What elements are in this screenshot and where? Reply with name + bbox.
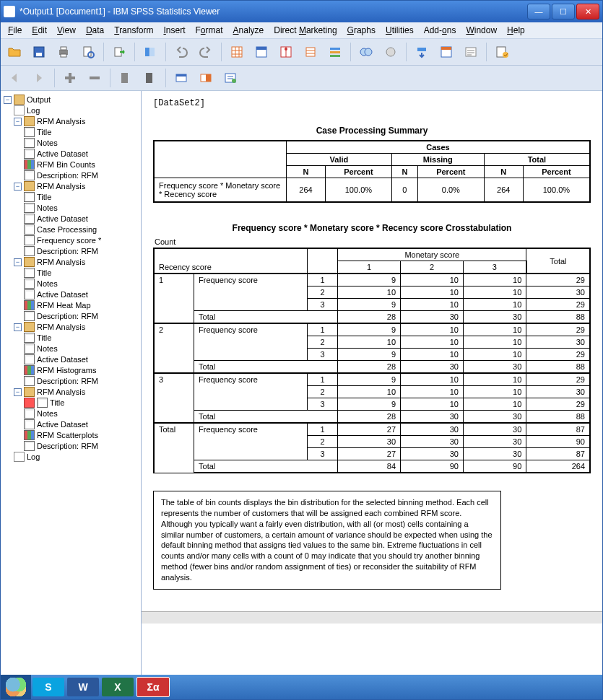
- titlebar[interactable]: *Output1 [Document1] - IBM SPSS Statisti…: [1, 1, 602, 22]
- forward-arrow-icon[interactable]: [28, 67, 50, 89]
- toggle-icon[interactable]: −: [14, 118, 22, 126]
- tree-desc[interactable]: Description: RFM: [24, 441, 139, 451]
- menu-graphs[interactable]: Graphs: [343, 24, 380, 37]
- tree-active[interactable]: Active Dataset: [24, 354, 139, 364]
- tree-rfm-3[interactable]: −RFM Analysis: [14, 257, 139, 267]
- show-icon[interactable]: [170, 67, 192, 89]
- menu-utilities[interactable]: Utilities: [381, 24, 418, 37]
- tree-title[interactable]: Title: [24, 268, 139, 278]
- tree-heatmap[interactable]: RFM Heat Map: [24, 300, 139, 310]
- tree-active[interactable]: Active Dataset: [24, 289, 139, 299]
- tree-bincounts[interactable]: RFM Bin Counts: [24, 159, 139, 170]
- open-icon[interactable]: [4, 41, 25, 63]
- variables-icon[interactable]: [275, 41, 297, 63]
- hide-icon[interactable]: [195, 67, 217, 89]
- tree-rfm-2[interactable]: −RFM Analysis: [14, 181, 139, 191]
- tree-scatter[interactable]: RFM Scatterplots: [24, 430, 139, 440]
- demote-icon[interactable]: [84, 67, 105, 89]
- expand-icon[interactable]: [115, 67, 136, 89]
- outline-pane[interactable]: −Output Log −RFM Analysis Title Notes Ac…: [1, 91, 142, 675]
- toggle-icon[interactable]: −: [14, 388, 22, 396]
- undo-icon[interactable]: [170, 41, 192, 63]
- menu-edit[interactable]: Edit: [27, 24, 51, 37]
- designate-window-icon[interactable]: [220, 67, 241, 89]
- menu-file[interactable]: File: [4, 24, 26, 37]
- export-icon[interactable]: [108, 41, 130, 63]
- tree-desc[interactable]: Description: RFM: [24, 246, 139, 256]
- tree-log[interactable]: Log: [14, 105, 139, 115]
- tree-notes[interactable]: Notes: [24, 408, 139, 419]
- svg-rect-12: [256, 47, 266, 50]
- tree-title-selected[interactable]: Title: [24, 398, 139, 408]
- tree-desc[interactable]: Description: RFM: [24, 376, 139, 386]
- tree-log-2[interactable]: Log: [14, 452, 139, 462]
- tree-notes[interactable]: Notes: [24, 138, 139, 148]
- taskbar-app-spss[interactable]: Σα: [136, 677, 170, 697]
- select-cases-icon[interactable]: [324, 41, 346, 63]
- save-icon[interactable]: [28, 41, 50, 63]
- tree-histograms[interactable]: RFM Histograms: [24, 365, 139, 375]
- tree-rfm-5[interactable]: −RFM Analysis: [14, 387, 139, 397]
- tree-desc[interactable]: Description: RFM: [24, 311, 139, 321]
- toggle-icon[interactable]: −: [4, 96, 12, 104]
- run-script-icon[interactable]: [491, 41, 513, 63]
- promote-icon[interactable]: [59, 67, 81, 89]
- menu-insert[interactable]: Insert: [159, 24, 189, 37]
- tree-title[interactable]: Title: [24, 127, 139, 137]
- toggle-icon[interactable]: −: [14, 323, 22, 331]
- tree-root-output[interactable]: −Output: [4, 95, 139, 105]
- minimize-button[interactable]: —: [527, 4, 550, 19]
- output-viewer[interactable]: [DataSet2] Case Processing Summary Cases…: [142, 91, 602, 675]
- tree-notes[interactable]: Notes: [24, 344, 139, 354]
- tree-title[interactable]: Title: [24, 192, 139, 202]
- collapse-icon[interactable]: [139, 67, 161, 89]
- taskbar-app-excel[interactable]: X: [102, 678, 134, 696]
- weight-icon[interactable]: [355, 41, 377, 63]
- scrollbar-horizontal[interactable]: [142, 611, 602, 624]
- recall-dialog-icon[interactable]: [139, 41, 161, 63]
- menu-data[interactable]: Data: [82, 24, 108, 37]
- tree-active[interactable]: Active Dataset: [24, 214, 139, 224]
- tree-rfm-4[interactable]: −RFM Analysis: [14, 322, 139, 332]
- taskbar-app-skype[interactable]: S: [32, 678, 64, 696]
- goto-variable-icon[interactable]: [300, 41, 321, 63]
- menu-direct-marketing[interactable]: Direct Marketing: [269, 24, 341, 37]
- insert-text-icon[interactable]: [460, 41, 482, 63]
- start-button[interactable]: [1, 675, 31, 699]
- maximize-button[interactable]: ☐: [552, 4, 575, 19]
- print-preview-icon[interactable]: [77, 41, 99, 63]
- tree-desc[interactable]: Description: RFM: [24, 170, 139, 180]
- redo-icon[interactable]: [195, 41, 217, 63]
- toggle-icon[interactable]: −: [14, 258, 22, 266]
- tree-active[interactable]: Active Dataset: [24, 149, 139, 159]
- print-icon[interactable]: [53, 41, 74, 63]
- insert-title-icon[interactable]: [435, 41, 457, 63]
- menu-addons[interactable]: Add-ons: [420, 24, 461, 37]
- menu-format[interactable]: Format: [191, 24, 227, 37]
- taskbar[interactable]: S W X Σα: [1, 675, 602, 699]
- menu-window[interactable]: Window: [461, 24, 501, 37]
- goto-data-icon[interactable]: [226, 41, 248, 63]
- tree-active[interactable]: Active Dataset: [24, 419, 139, 429]
- goto-case-icon[interactable]: [251, 41, 272, 63]
- insert-heading-icon[interactable]: [411, 41, 433, 63]
- menu-help[interactable]: Help: [503, 24, 529, 37]
- tree-freq[interactable]: Frequency score *: [24, 235, 139, 245]
- menu-view[interactable]: View: [53, 24, 80, 37]
- tree-rfm-1[interactable]: −RFM Analysis: [14, 116, 139, 126]
- menu-transform[interactable]: Transform: [110, 24, 157, 37]
- count-label: Count: [155, 237, 591, 246]
- caseproc-table[interactable]: Cases ValidMissingTotal NPercentNPercent…: [153, 140, 591, 203]
- menu-analyze[interactable]: Analyze: [229, 24, 269, 37]
- toggle-icon[interactable]: −: [14, 183, 22, 191]
- split-icon[interactable]: [380, 41, 402, 63]
- crosstab-table[interactable]: Recency scoreMonetary scoreTotal1231Freq…: [153, 248, 591, 473]
- tree-caseproc[interactable]: Case Processing: [24, 224, 139, 235]
- back-arrow-icon[interactable]: [4, 67, 25, 89]
- svg-rect-8: [145, 48, 149, 56]
- tree-notes[interactable]: Notes: [24, 279, 139, 289]
- tree-title[interactable]: Title: [24, 333, 139, 343]
- close-button[interactable]: ✕: [576, 4, 599, 19]
- taskbar-app-word[interactable]: W: [67, 678, 99, 696]
- tree-notes[interactable]: Notes: [24, 203, 139, 213]
